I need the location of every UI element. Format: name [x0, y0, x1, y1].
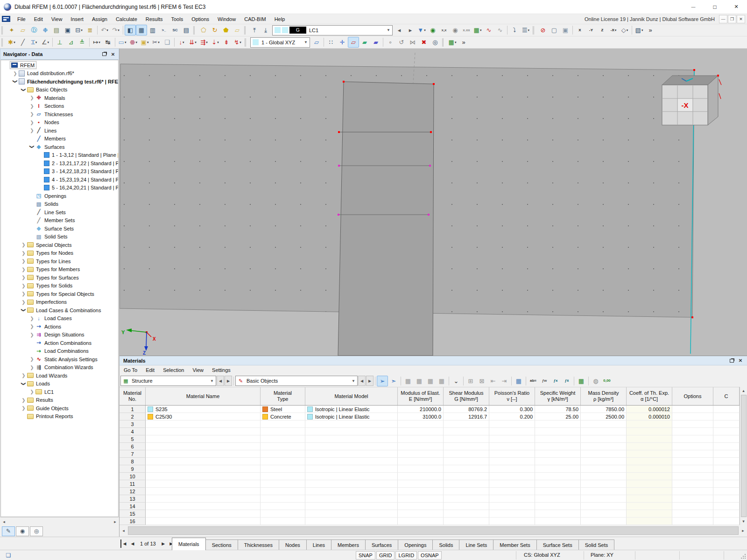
menu-window[interactable]: Window — [213, 14, 240, 24]
expander-icon[interactable]: ❯ — [21, 398, 27, 403]
display-properties-icon[interactable]: ▧▾ — [634, 25, 645, 35]
scroll-thumb[interactable] — [741, 395, 747, 517]
cell-kn-m[interactable] — [535, 518, 581, 525]
cell-material-model[interactable]: Isotropic | Linear Elastic — [305, 413, 398, 420]
delete-object-icon[interactable]: ✖ — [418, 37, 430, 48]
cell-material-name[interactable] — [146, 488, 261, 495]
cell-e-n-mm[interactable] — [398, 518, 444, 525]
cell-material-name[interactable]: S235 — [146, 406, 261, 413]
dropdown-arrow-icon[interactable]: ▾ — [240, 41, 241, 44]
cell-material-name[interactable] — [146, 518, 261, 525]
navigator-hscrollbar[interactable]: ◂ ▸ — [0, 517, 119, 525]
cell-e-n-mm[interactable] — [398, 458, 444, 465]
cell-kn-m[interactable] — [535, 473, 581, 480]
cell-material-name[interactable] — [146, 420, 261, 428]
cell-options[interactable] — [672, 435, 713, 443]
new-node-icon[interactable]: ✱▾ — [6, 37, 17, 48]
cell-[interactable] — [489, 480, 535, 488]
cell-options[interactable] — [672, 450, 713, 458]
scroll-left-icon[interactable]: ◂ — [0, 518, 8, 525]
cell-kn-m[interactable] — [535, 488, 581, 495]
next-table-icon[interactable]: ▶ — [160, 539, 167, 548]
cell-1-c[interactable] — [627, 510, 672, 518]
table-row[interactable]: 16 — [120, 518, 740, 525]
table-display-icon[interactable]: ▦▾ — [447, 37, 458, 48]
grid-point-icon[interactable]: ✛ — [337, 37, 348, 48]
cell-material-name[interactable] — [146, 495, 261, 503]
structure-combo[interactable]: ▦ Structure ▼ — [120, 376, 216, 386]
cell-kg-m[interactable] — [581, 435, 627, 443]
table-row[interactable]: 3 — [120, 420, 740, 428]
cell-g-n-mm[interactable] — [444, 473, 489, 480]
cell-c[interactable] — [713, 503, 740, 510]
mirror-icon[interactable]: ⋈ — [407, 37, 418, 48]
script-console-icon[interactable]: SC — [169, 25, 181, 35]
dropdown-arrow-icon[interactable]: ▾ — [106, 28, 108, 32]
cell-g-n-mm[interactable] — [444, 435, 489, 443]
cell-e-n-mm[interactable] — [398, 420, 444, 428]
new-model-icon[interactable]: ✦ — [6, 25, 17, 35]
close-panel-icon[interactable] — [738, 358, 743, 363]
cell-1-c[interactable] — [627, 480, 672, 488]
cell-1-c[interactable] — [627, 465, 672, 473]
structure-next-icon[interactable]: ▶ — [225, 376, 232, 386]
cell-kg-m[interactable] — [581, 428, 627, 435]
cell-kn-m[interactable] — [535, 435, 581, 443]
expander-icon[interactable]: ❯ — [21, 373, 27, 378]
navigator-toggle-icon[interactable]: ◧ — [125, 25, 136, 35]
tree-item-solids[interactable]: ▧Solids — [2, 200, 118, 209]
table-row[interactable]: 15 — [120, 510, 740, 518]
cell-material-model[interactable] — [305, 488, 398, 495]
new-member-icon[interactable]: Ɪ▾ — [28, 37, 40, 48]
prev-table-icon[interactable]: ◀ — [129, 539, 136, 548]
row-number-cell[interactable]: 3 — [120, 420, 146, 428]
more-tools-1-icon[interactable]: » — [645, 25, 656, 35]
expander-icon[interactable]: ❯ — [29, 104, 35, 109]
mdi-minimize-button[interactable]: — — [719, 15, 727, 23]
expander-icon[interactable]: ❯ — [29, 316, 35, 321]
cell-type[interactable] — [261, 420, 305, 428]
dropdown-arrow-icon[interactable]: ▾ — [206, 41, 208, 44]
cell-options[interactable] — [672, 428, 713, 435]
result-smooth-icon[interactable]: ∿ — [494, 25, 506, 35]
materials-menu-view[interactable]: View — [188, 365, 208, 375]
expander-icon[interactable]: ❯ — [21, 87, 26, 93]
cell-c[interactable] — [713, 458, 740, 465]
toolbar-grip[interactable] — [1, 26, 4, 35]
tab-members[interactable]: Members — [331, 539, 366, 550]
dropdown-arrow-icon[interactable]: ▾ — [183, 41, 184, 44]
cell-c[interactable] — [713, 413, 740, 420]
table-hscrollbar[interactable]: ◂ ▸ — [120, 525, 747, 536]
cell-[interactable]: 0.200 — [489, 413, 535, 420]
table-row[interactable]: 12 — [120, 488, 740, 495]
tree-item-line-sets[interactable]: ╱Line Sets — [2, 208, 118, 217]
cell-1-c[interactable] — [627, 450, 672, 458]
resize-grip[interactable] — [740, 553, 746, 559]
row-number-cell[interactable]: 9 — [120, 465, 146, 473]
row-number-cell[interactable]: 15 — [120, 510, 146, 518]
expander-icon[interactable]: ❯ — [21, 381, 26, 387]
row-number-cell[interactable]: 11 — [120, 480, 146, 488]
cell-material-model[interactable] — [305, 510, 398, 518]
dropdown-arrow-icon[interactable]: ▾ — [195, 41, 197, 44]
menu-results[interactable]: Results — [141, 14, 167, 24]
table-row[interactable]: 4 — [120, 428, 740, 435]
cell-kg-m[interactable]: 7850.00 — [581, 406, 627, 413]
cell-[interactable] — [489, 488, 535, 495]
coordinate-system-combo[interactable]: 1 - Global XYZ ▼ — [250, 37, 310, 48]
result-diagram-icon[interactable]: ∿ — [483, 25, 494, 35]
tree-item-sections[interactable]: ❯ISections — [2, 102, 118, 111]
expander-icon[interactable]: ❯ — [21, 307, 26, 313]
show-results-icon[interactable]: ◉ — [450, 25, 461, 35]
cell-kg-m[interactable] — [581, 495, 627, 503]
cell-c[interactable] — [713, 473, 740, 480]
cell-material-model[interactable]: Isotropic | Linear Elastic — [305, 406, 398, 413]
tree-item-surfaces[interactable]: ❯◆Surfaces — [2, 143, 118, 151]
chevron-down-icon[interactable]: ▼ — [302, 40, 308, 44]
cell-g-n-mm[interactable] — [444, 420, 489, 428]
table-row[interactable]: 10 — [120, 473, 740, 480]
new-line-icon[interactable]: ╱ — [17, 37, 28, 48]
cell-1-c[interactable] — [627, 473, 672, 480]
cell-material-name[interactable] — [146, 465, 261, 473]
expander-icon[interactable]: ❯ — [29, 128, 35, 133]
